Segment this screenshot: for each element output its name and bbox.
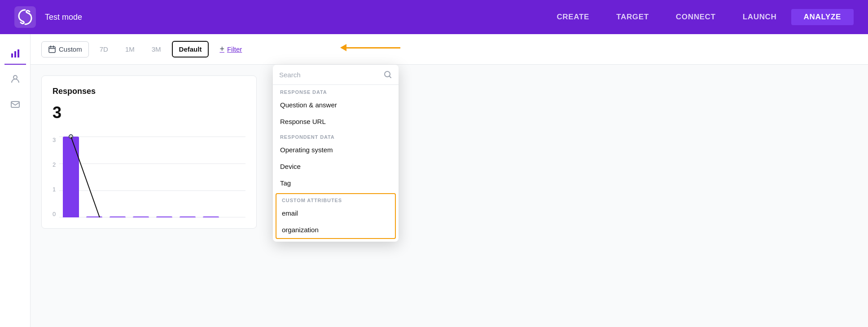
- svg-rect-5: [11, 102, 19, 107]
- dropdown-item-operating-system[interactable]: Operating system: [273, 141, 399, 158]
- bars-container: [59, 137, 245, 217]
- bar-5: [156, 217, 172, 217]
- custom-date-button[interactable]: Custom: [41, 41, 89, 57]
- sidebar-item-respondents[interactable]: [4, 68, 26, 90]
- filter-label: Filter: [227, 45, 242, 53]
- filter-dropdown: RESPONSE DATA Question & answer Response…: [273, 65, 399, 242]
- responses-chart-card: Responses 3 0 1 2 3: [41, 75, 257, 229]
- nav-analyze[interactable]: ANALYZE: [791, 9, 854, 25]
- period-default-button[interactable]: Default: [172, 41, 209, 57]
- y-label-2: 2: [53, 161, 56, 168]
- period-3m-button[interactable]: 3M: [145, 42, 167, 57]
- svg-rect-6: [49, 47, 55, 53]
- nav-create[interactable]: CREATE: [544, 9, 602, 25]
- bar-4: [133, 217, 149, 217]
- dropdown-item-tag[interactable]: Tag: [273, 175, 399, 191]
- y-label-1: 1: [53, 186, 56, 193]
- bar-6: [180, 217, 196, 217]
- chart-total: 3: [53, 103, 245, 122]
- test-mode-label: Test mode: [45, 13, 544, 22]
- custom-label: Custom: [59, 45, 82, 53]
- bar-dot: [69, 134, 73, 139]
- toolbar: Custom 7D 1M 3M Default + Filter: [31, 34, 868, 65]
- bar-2: [86, 217, 102, 217]
- bar-chart-icon: [10, 48, 21, 59]
- dropdown-item-organization[interactable]: organization: [276, 221, 395, 238]
- nav-connect[interactable]: CONNECT: [663, 9, 728, 25]
- search-icon: [383, 70, 392, 79]
- sidebar-item-messages[interactable]: [4, 93, 26, 115]
- main-content: Custom 7D 1M 3M Default + Filter Respons…: [31, 34, 868, 327]
- chart-title: Responses: [53, 87, 245, 96]
- svg-point-4: [13, 75, 17, 79]
- dropdown-item-email[interactable]: email: [276, 205, 395, 221]
- dropdown-search-input[interactable]: [279, 71, 380, 79]
- bar-main: [63, 137, 79, 217]
- svg-rect-2: [14, 51, 16, 57]
- dropdown-search-container: [273, 65, 399, 85]
- y-label-3: 3: [53, 137, 56, 143]
- svg-rect-1: [11, 53, 13, 57]
- dropdown-item-response-url[interactable]: Response URL: [273, 113, 399, 130]
- sidebar-item-analytics[interactable]: [4, 43, 26, 65]
- filter-button[interactable]: + Filter: [213, 41, 248, 57]
- custom-attributes-section: CUSTOM ATTRIBUTES email organization: [276, 193, 396, 239]
- app-logo: [14, 6, 36, 28]
- nav-target[interactable]: TARGET: [604, 9, 662, 25]
- chart-inner: 0 1 2 3: [53, 128, 245, 217]
- response-data-label: RESPONSE DATA: [273, 85, 399, 97]
- dropdown-item-question-answer[interactable]: Question & answer: [273, 97, 399, 113]
- response-data-section: RESPONSE DATA Question & answer Response…: [273, 85, 399, 130]
- bars-wrapper: [59, 137, 245, 217]
- arrow-head: [340, 44, 346, 51]
- y-axis: 0 1 2 3: [53, 137, 56, 217]
- respondent-data-label: RESPONDENT DATA: [273, 130, 399, 141]
- orange-arrow-annotation: [340, 44, 400, 51]
- calendar-icon: [48, 45, 56, 53]
- dropdown-item-device[interactable]: Device: [273, 158, 399, 175]
- sidebar: [0, 34, 31, 327]
- chart-area: Responses 3 0 1 2 3: [31, 65, 868, 239]
- person-icon: [10, 74, 21, 84]
- respondent-data-section: RESPONDENT DATA Operating system Device …: [273, 130, 399, 191]
- period-7d-button[interactable]: 7D: [93, 42, 114, 57]
- custom-attributes-label: CUSTOM ATTRIBUTES: [276, 194, 395, 205]
- bar-3: [110, 217, 126, 217]
- top-navigation: Test mode CREATE TARGET CONNECT LAUNCH A…: [0, 0, 868, 34]
- arrow-line: [346, 47, 400, 49]
- nav-launch[interactable]: LAUNCH: [730, 9, 789, 25]
- period-1m-button[interactable]: 1M: [119, 42, 141, 57]
- svg-rect-3: [18, 49, 19, 57]
- mail-icon: [10, 99, 21, 110]
- bar-7: [203, 217, 219, 217]
- y-label-0: 0: [53, 211, 56, 217]
- plus-icon: +: [219, 44, 224, 54]
- nav-links: CREATE TARGET CONNECT LAUNCH ANALYZE: [544, 9, 854, 25]
